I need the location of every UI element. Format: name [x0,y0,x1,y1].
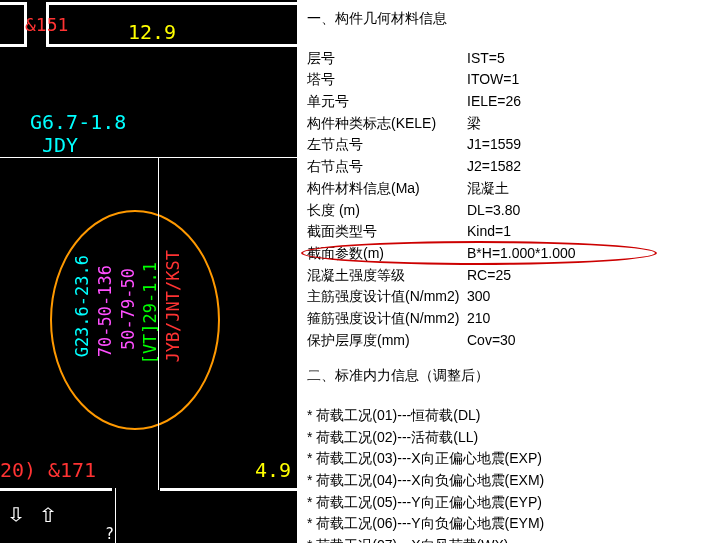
info-label: 构件材料信息(Ma) [307,178,467,200]
cad-bottom-20: 20) [0,458,36,482]
cad-vert-line [158,157,159,490]
info-value: DL=3.80 [467,200,693,222]
cad-vert-line2 [115,488,116,543]
member-info-panel: 一、构件几何材料信息 层号IST=5塔号ITOW=1单元号IELE=26构件种类… [297,0,703,543]
info-label: 截面参数(m) [307,243,467,265]
cad-dim-top: 12.9 [128,20,176,44]
info-value: 300 [467,286,693,308]
info-value: IST=5 [467,48,693,70]
cad-vert-jyb: JYB/JNT/KST [163,250,183,363]
info-row: 箍筋强度设计值(N/mm2)210 [307,308,693,330]
info-row: 构件材料信息(Ma)混凝土 [307,178,693,200]
info-row: 右节点号J2=1582 [307,156,693,178]
cad-line [46,2,297,5]
load-case-line: * 荷载工况(05)---Y向正偏心地震(EYP) [307,492,693,514]
info-row: 保护层厚度(mm)Cov=30 [307,330,693,352]
cad-viewport[interactable]: &151 12.9 G6.7-1.8 JDY G23.6-23.6 70-50-… [0,0,297,543]
info-label: 左节点号 [307,134,467,156]
info-row: 左节点号J1=1559 [307,134,693,156]
cad-bottom-171: &171 [48,458,96,482]
info-value: ITOW=1 [467,69,693,91]
info-row: 层号IST=5 [307,48,693,70]
cad-bottom-dim: 4.9 [255,458,291,482]
info-value: J2=1582 [467,156,693,178]
load-case-line: * 荷载工况(06)---Y向负偏心地震(EYM) [307,513,693,535]
info-label: 混凝土强度等级 [307,265,467,287]
cad-bottom-line2 [160,488,297,491]
info-value: 梁 [467,113,693,135]
info-label: 保护层厚度(mm) [307,330,467,352]
info-label: 层号 [307,48,467,70]
cad-section-line [0,157,297,158]
load-case-line: * 荷载工况(03)---X向正偏心地震(EXP) [307,448,693,470]
cad-arrow-left: ⇩ [6,498,26,528]
cad-jdy-label: JDY [42,133,78,157]
cad-line [0,2,24,5]
info-label: 箍筋强度设计值(N/mm2) [307,308,467,330]
section1-title: 一、构件几何材料信息 [307,8,693,30]
info-row: 混凝土强度等级RC=25 [307,265,693,287]
info-row: 单元号IELE=26 [307,91,693,113]
info-row: 长度 (m)DL=3.80 [307,200,693,222]
cad-vert-g23: G23.6-23.6 [72,255,92,357]
cad-qmark: ? [105,525,114,543]
info-value: Cov=30 [467,330,693,352]
section2-title: 二、标准内力信息（调整后） [307,365,693,387]
info-label: 右节点号 [307,156,467,178]
cad-line [0,44,24,47]
load-case-line: * 荷载工况(02)---活荷载(LL) [307,427,693,449]
info-value: B*H=1.000*1.000 [467,243,693,265]
cad-vert-vt29: [VT]29-1.1 [140,262,160,364]
cad-line [46,44,297,47]
cad-vert-70-50: 70-50-136 [95,265,115,357]
load-case-line: * 荷载工况(07)---X向风荷载(WX) [307,535,693,543]
info-value: 210 [467,308,693,330]
info-label: 单元号 [307,91,467,113]
cad-label-151: &151 [25,14,68,35]
info-label: 主筋强度设计值(N/mm2) [307,286,467,308]
info-value: 混凝土 [467,178,693,200]
info-row: 截面类型号Kind=1 [307,221,693,243]
info-row: 塔号ITOW=1 [307,69,693,91]
info-value: Kind=1 [467,221,693,243]
load-case-line: * 荷载工况(01)---恒荷载(DL) [307,405,693,427]
info-row: 构件种类标志(KELE)梁 [307,113,693,135]
cad-vert-50-79: 50-79-50 [118,268,138,350]
info-label: 构件种类标志(KELE) [307,113,467,135]
info-value: IELE=26 [467,91,693,113]
info-value: J1=1559 [467,134,693,156]
info-label: 截面类型号 [307,221,467,243]
info-label: 长度 (m) [307,200,467,222]
cad-beam-label: G6.7-1.8 [30,110,126,134]
info-label: 塔号 [307,69,467,91]
info-row: 截面参数(m)B*H=1.000*1.000 [307,243,693,265]
load-case-line: * 荷载工况(04)---X向负偏心地震(EXM) [307,470,693,492]
info-row: 主筋强度设计值(N/mm2)300 [307,286,693,308]
cad-bottom-line [0,488,112,491]
info-value: RC=25 [467,265,693,287]
cad-arrow-right: ⇧ [38,498,58,528]
